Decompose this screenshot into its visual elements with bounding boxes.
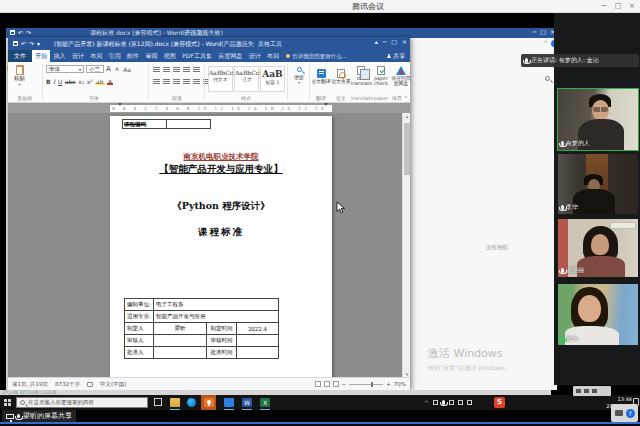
strikethrough-button[interactable]: abc	[65, 78, 76, 85]
minimize-button[interactable]: ─	[533, 28, 537, 35]
zoom-slider[interactable]	[349, 384, 383, 385]
collapse-ribbon-icon[interactable]: ^	[404, 95, 408, 101]
taskbar-search-box[interactable]: 在这里输入你要搜索的内容	[16, 397, 148, 408]
paper-check-button[interactable]: paper check	[371, 66, 391, 87]
italic-button[interactable]: I	[53, 78, 55, 85]
tencent-meeting-icon[interactable]	[204, 398, 214, 407]
align-left-icon[interactable]	[153, 79, 160, 85]
style-normal[interactable]: AaBbCcD ·正文	[234, 66, 259, 92]
scrollbar-thumb[interactable]	[404, 123, 410, 175]
read-mode-icon[interactable]	[315, 381, 321, 387]
minimize-button[interactable]: ─	[383, 38, 387, 45]
tab-review[interactable]: 审阅	[142, 50, 160, 62]
ribbon-collapse-icon[interactable]: ^	[543, 39, 548, 46]
tab-baidu-pan[interactable]: 百度网盘	[215, 50, 245, 62]
paste-button[interactable]: 粘贴 ▾	[14, 65, 25, 87]
font-size-select[interactable]: 小三	[86, 65, 104, 73]
maximize-button[interactable]: □	[540, 28, 546, 35]
undo-icon[interactable]: ↶	[18, 29, 23, 36]
redo-icon[interactable]: ↷	[29, 40, 34, 47]
sogou-input-icon[interactable]: S	[494, 397, 505, 408]
qat-dropdown-icon[interactable]: ▾	[37, 40, 40, 47]
participant-tile[interactable]: 有梦的人	[558, 89, 638, 150]
font-name-select[interactable]: 宋体 ▾	[46, 65, 84, 73]
scroll-up-icon[interactable]: ▴	[404, 113, 410, 119]
font-color-button[interactable]: A	[107, 78, 113, 85]
line-spacing-icon[interactable]	[193, 79, 200, 85]
tab-layout[interactable]: 布局	[87, 50, 105, 62]
bullets-icon[interactable]	[153, 67, 160, 73]
maximize-button[interactable]: □	[391, 38, 397, 45]
edge-browser-icon[interactable]	[187, 398, 196, 407]
restore-button[interactable]: □	[612, 0, 624, 12]
shrink-font-icon[interactable]: A	[115, 66, 118, 72]
tab-home[interactable]: 开始	[32, 50, 50, 62]
align-center-icon[interactable]	[163, 79, 170, 85]
highlight-color-button[interactable]: ab	[95, 78, 105, 85]
minimize-button[interactable]: ─	[598, 0, 610, 12]
word-front-context-tab[interactable]: 表格工具	[258, 40, 282, 49]
quick-find-button[interactable]: 便捷 ▾	[291, 67, 307, 85]
tab-references[interactable]: 引用	[106, 50, 124, 62]
undo-icon[interactable]: ↶	[21, 40, 26, 47]
zoom-level[interactable]: 70%	[394, 381, 406, 387]
redo-icon[interactable]: ↷	[26, 29, 31, 36]
paper-similarity-button[interactable]: 论文查重	[331, 69, 351, 84]
tray-expand-icon[interactable]: ^	[424, 399, 429, 406]
zoom-in-button[interactable]: +	[386, 381, 391, 387]
file-explorer-icon[interactable]	[170, 398, 180, 407]
page-count[interactable]: 第1页, 共19页	[12, 381, 48, 388]
start-button[interactable]	[4, 399, 11, 406]
save-to-baidu-pan-button[interactable]: 保存到百度网盘	[391, 66, 411, 87]
bold-button[interactable]: B	[46, 78, 51, 85]
print-layout-icon[interactable]	[324, 381, 330, 387]
web-layout-icon[interactable]	[333, 381, 339, 387]
share-button[interactable]: 共享	[386, 52, 405, 61]
subscript-button[interactable]: x₂	[78, 78, 84, 85]
align-right-icon[interactable]	[173, 79, 180, 85]
tab-table-design[interactable]: 设计	[245, 50, 263, 62]
numbering-icon[interactable]	[163, 67, 170, 73]
display-icon[interactable]	[449, 400, 454, 405]
multilevel-list-icon[interactable]	[173, 67, 180, 73]
indent-marker[interactable]	[324, 103, 328, 106]
horizontal-ruler[interactable]: 8 6 4 2 2 4 6 8 10 12 14 16 18 20 22 24 …	[8, 103, 410, 113]
participant-tile[interactable]: 金沁	[558, 284, 638, 345]
increase-indent-icon[interactable]	[193, 67, 200, 73]
ribbon-display-icon[interactable]: ▴	[375, 38, 378, 45]
vertical-scrollbar[interactable]: ▴ ▾	[402, 113, 410, 377]
proofing-icon[interactable]	[87, 382, 93, 387]
word-count[interactable]: 8732个字	[55, 381, 80, 388]
grow-font-icon[interactable]: A	[106, 65, 111, 73]
search-icon[interactable]	[545, 76, 550, 81]
zoom-out-button[interactable]: −	[342, 381, 347, 387]
underline-button[interactable]: U	[58, 78, 62, 85]
tab-insert[interactable]: 插入	[50, 50, 68, 62]
change-case-icon[interactable]: Aa	[123, 66, 131, 73]
justify-icon[interactable]	[183, 79, 190, 85]
superscript-button[interactable]: x²	[87, 78, 93, 85]
cloud-icon[interactable]	[433, 400, 438, 405]
save-icon[interactable]	[10, 30, 15, 35]
fulltext-translate-button[interactable]: 全文翻译	[311, 69, 331, 84]
language-status[interactable]: 中文(中国)	[100, 381, 126, 388]
tencent-docs-icon[interactable]	[224, 398, 234, 407]
tab-table-layout[interactable]: 布局	[264, 50, 282, 62]
participant-tile[interactable]: 谢丽丽	[558, 219, 638, 277]
volume-icon[interactable]	[458, 400, 463, 405]
participant-tile[interactable]: 李华	[558, 154, 638, 214]
indent-marker[interactable]	[118, 103, 122, 106]
word-app-icon[interactable]: W	[242, 398, 252, 407]
close-button[interactable]: ×	[402, 38, 407, 45]
tab-file[interactable]: 文件	[8, 50, 32, 62]
close-button[interactable]: ×	[626, 0, 638, 12]
ime-status-widget[interactable]: ?	[611, 404, 638, 422]
tell-me-box[interactable]: 告诉我您想要做什么...	[286, 53, 347, 60]
task-view-icon[interactable]	[154, 398, 162, 406]
doc-translate-button[interactable]: doc translate	[351, 66, 371, 87]
help-icon[interactable]: ?	[626, 409, 635, 418]
tab-design[interactable]: 设计	[69, 50, 87, 62]
tab-mailings[interactable]: 邮件	[124, 50, 142, 62]
mic-tray-icon[interactable]	[442, 400, 445, 405]
excel-app-icon[interactable]: X	[260, 398, 270, 407]
